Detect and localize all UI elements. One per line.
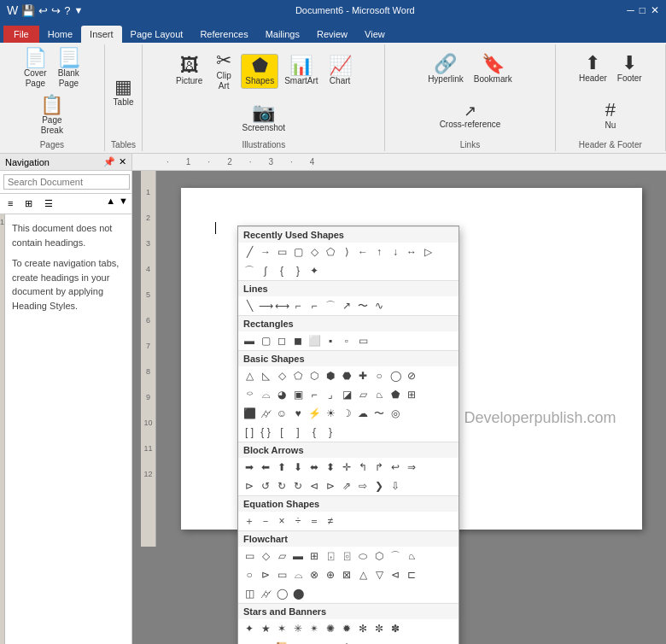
bs-teardrop[interactable]: ◕ (274, 387, 289, 402)
bs-hexagon[interactable]: ⬡ (307, 368, 322, 383)
line-curved[interactable]: ⌒ (323, 298, 338, 313)
search-input[interactable] (3, 174, 130, 190)
shape-process[interactable]: ▷ (420, 244, 435, 260)
ba-bend[interactable]: ↱ (371, 460, 387, 475)
shape-arrow-right[interactable]: → (258, 244, 273, 260)
header-button[interactable]: ⬆ Header (575, 51, 611, 86)
ba-down-arrow2[interactable]: ⇩ (388, 478, 403, 494)
fc-connector[interactable]: ○ (242, 567, 257, 583)
star-5[interactable]: ★ (258, 621, 273, 636)
shape-pentagon[interactable]: ⬠ (323, 244, 338, 260)
tab-insert[interactable]: Insert (81, 26, 122, 43)
shape-line[interactable]: ╱ (242, 244, 257, 260)
bs-cube[interactable]: ⬛ (242, 406, 257, 421)
shape-chevron[interactable]: ⟩ (339, 244, 354, 260)
rect-diag2[interactable]: ▫ (339, 333, 354, 348)
fc-collate[interactable]: ⊠ (339, 567, 354, 583)
picture-button[interactable]: 🖼 Picture (172, 54, 207, 89)
page-break-button[interactable]: 📋 PageBreak (36, 93, 67, 138)
nav-tab-pages[interactable]: ⊞ (20, 196, 37, 212)
star-7[interactable]: ✳ (290, 621, 306, 636)
fc-data[interactable]: ▱ (274, 548, 289, 564)
dropdown-arrow-icon[interactable]: ▼ (73, 5, 83, 15)
blank-page-button[interactable]: 📃 BlankPage (53, 46, 85, 91)
bs-cross[interactable]: ✚ (355, 368, 371, 383)
ba-uturn[interactable]: ↩ (388, 460, 403, 475)
shape-connector[interactable]: ⌒ (242, 263, 257, 278)
fc-predefined[interactable]: ▬ (290, 548, 306, 564)
fc-card[interactable]: ▭ (274, 567, 289, 583)
chart-button[interactable]: 📈 Chart (324, 54, 356, 89)
fc-or[interactable]: ⊕ (323, 567, 338, 583)
bs-plus[interactable]: ⊞ (404, 387, 419, 402)
footer-button[interactable]: ⬇ Footer (613, 51, 646, 86)
bs-diamond[interactable]: ◇ (274, 368, 289, 383)
banner-wave2[interactable]: ≈ (258, 640, 273, 644)
star-8[interactable]: ✴ (307, 621, 322, 636)
maximize-button[interactable]: □ (640, 4, 646, 16)
bs-pentagon[interactable]: ⬠ (290, 368, 306, 383)
star-10[interactable]: ✺ (323, 621, 338, 636)
bs-octagon[interactable]: ⬣ (339, 368, 354, 383)
ba-callout-arrow[interactable]: ⇗ (339, 478, 354, 494)
fc-manual-input[interactable]: ⌒ (388, 548, 403, 564)
nav-tab-headings[interactable]: ≡ (3, 196, 17, 212)
ba-quad[interactable]: ✛ (339, 460, 354, 475)
bs-cloud[interactable]: ☁ (355, 406, 371, 421)
bs-lightning[interactable]: ⚡ (307, 406, 322, 421)
bs-left-brace[interactable]: { (307, 424, 322, 440)
bs-oval[interactable]: ◯ (388, 368, 403, 383)
nav-pane-close-icon[interactable]: ✕ (119, 156, 126, 167)
bs-right-bracket[interactable]: ] (290, 424, 306, 440)
shape-arrow-both[interactable]: ↔ (404, 244, 419, 260)
fc-terminator[interactable]: ⬭ (355, 548, 371, 564)
ba-back[interactable]: ⊲ (307, 478, 322, 494)
fc-stored-data[interactable]: ◫ (242, 586, 257, 601)
save-icon[interactable]: 💾 (21, 4, 35, 17)
minimize-button[interactable]: ─ (627, 4, 634, 16)
star-24[interactable]: ✼ (371, 621, 387, 636)
bs-circle[interactable]: ○ (371, 368, 387, 383)
line-elbow[interactable]: ⌐ (290, 298, 306, 313)
nav-tab-down-icon[interactable]: ▼ (119, 196, 128, 212)
fc-direct-access[interactable]: ◯ (274, 586, 289, 601)
fc-decision[interactable]: ◇ (258, 548, 273, 564)
rect-snip2[interactable]: ◼ (290, 333, 306, 348)
star-32[interactable]: ✽ (388, 621, 403, 636)
tab-view[interactable]: View (356, 26, 394, 43)
bs-brace-pair[interactable]: [ ] (242, 424, 257, 440)
fc-merge[interactable]: ⊲ (388, 567, 403, 583)
star-4[interactable]: ✦ (242, 621, 257, 636)
bs-heptagon[interactable]: ⬢ (323, 368, 338, 383)
bs-arc[interactable]: ⌓ (258, 387, 273, 402)
line-freeform[interactable]: 〜 (355, 298, 371, 313)
banner-scroll2[interactable]: ↕ (290, 640, 306, 644)
shape-brace-close[interactable]: } (290, 263, 306, 278)
ba-up[interactable]: ⬆ (274, 460, 289, 475)
close-button[interactable]: ✕ (651, 4, 659, 16)
star-6[interactable]: ✶ (274, 621, 289, 636)
bs-rt-triangle[interactable]: ◺ (258, 368, 273, 383)
bs-reg-pentagon[interactable]: ⬟ (388, 387, 403, 402)
ba-striped-right[interactable]: ⇒ (404, 460, 419, 475)
ba-circular[interactable]: ↻ (290, 478, 306, 494)
bs-chord[interactable]: ⌔ (242, 387, 257, 402)
ba-curved-down[interactable]: ↻ (274, 478, 289, 494)
fc-display[interactable]: ⬤ (290, 586, 306, 601)
line-scribble[interactable]: ∿ (371, 298, 387, 313)
ba-left-right[interactable]: ⬌ (307, 460, 322, 475)
bs-left-bracket[interactable]: [ (274, 424, 289, 440)
eq-plus[interactable]: ＋ (242, 513, 257, 529)
nav-tab-up-icon[interactable]: ▲ (106, 196, 115, 212)
line-straight[interactable]: ╲ (242, 298, 257, 313)
ribbon-down[interactable]: ⌄ (355, 640, 371, 644)
line-arrow[interactable]: ⟶ (258, 298, 273, 313)
undo-icon[interactable]: ↩ (38, 4, 48, 17)
line-curved-arrow[interactable]: ↗ (339, 298, 354, 313)
bs-smiley[interactable]: ☺ (274, 406, 289, 421)
fc-process[interactable]: ▭ (242, 548, 257, 564)
help-icon[interactable]: ? (64, 4, 70, 17)
eq-divide[interactable]: ÷ (290, 513, 306, 529)
tab-file[interactable]: File (3, 26, 39, 43)
rect-rounded[interactable]: ▢ (258, 333, 273, 348)
